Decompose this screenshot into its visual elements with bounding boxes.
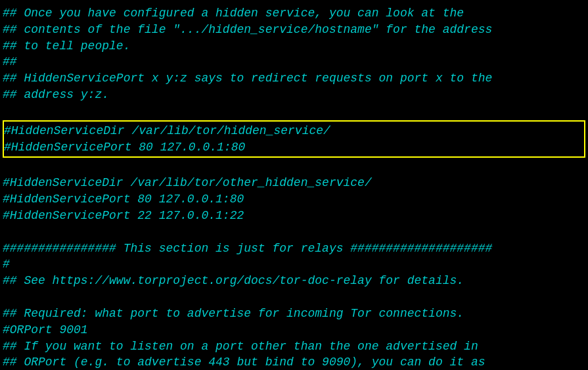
editor-container: ## Once you have configured a hidden ser… [0,0,588,370]
code-line: ################ This section is just fo… [3,241,585,257]
empty-line [3,224,585,241]
code-line: # [3,256,585,273]
code-line: ## [3,54,585,70]
code-line: #HiddenServiceDir /var/lib/tor/other_hid… [3,175,585,191]
code-line: ## contents of the file ".../hidden_serv… [3,22,585,38]
empty-line [3,103,585,120]
empty-line [3,289,585,306]
code-line: #ORPort 9001 [3,322,585,338]
empty-line [3,158,585,175]
highlighted-block: #HiddenServiceDir /var/lib/tor/hidden_se… [3,120,585,158]
code-line: ## See https://www.torproject.org/docs/t… [3,273,585,289]
code-line-highlighted-2: #HiddenServicePort 80 127.0.0.1:80 [4,139,584,156]
code-line: ## Required: what port to advertise for … [3,306,585,322]
code-line: #HiddenServicePort 22 127.0.0.1:22 [3,208,585,224]
code-line: ## address y:z. [3,87,585,103]
code-line: ## HiddenServicePort x y:z says to redir… [3,70,585,87]
code-line: #HiddenServicePort 80 127.0.0.1:80 [3,191,585,208]
code-line: ## Once you have configured a hidden ser… [3,5,585,22]
code-line-highlighted-1: #HiddenServiceDir /var/lib/tor/hidden_se… [4,123,584,139]
code-line: ## to tell people. [3,38,585,55]
code-line: ## ORPort (e.g. to advertise 443 but bin… [3,354,585,370]
code-line: ## If you want to listen on a port other… [3,338,585,355]
